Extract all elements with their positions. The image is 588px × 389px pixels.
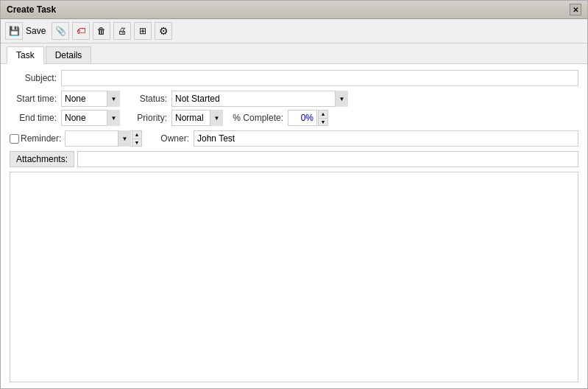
complete-increment[interactable]: ▲ xyxy=(319,111,327,119)
reminder-label: Reminder: xyxy=(21,133,65,144)
status-wrapper: Not Started In Progress Completed Waitin… xyxy=(171,91,348,107)
status-label: Status: xyxy=(135,94,171,104)
columns-icon: ⊞ xyxy=(139,26,146,36)
tab-task[interactable]: Task xyxy=(7,46,44,64)
delete-button[interactable]: 🗑 xyxy=(93,22,110,40)
complete-input[interactable]: 0% xyxy=(288,110,317,126)
attachments-area xyxy=(77,151,578,167)
tab-details[interactable]: Details xyxy=(46,46,92,63)
start-time-wrapper: None ▼ xyxy=(61,91,120,107)
status-select[interactable]: Not Started In Progress Completed Waitin… xyxy=(171,91,348,107)
window-title: Create Task xyxy=(7,4,56,15)
complete-label: % Complete: xyxy=(229,113,288,123)
attachments-row: Attachments: xyxy=(10,151,578,167)
priority-select[interactable]: Low Normal High xyxy=(171,110,223,126)
trash-icon: 🗑 xyxy=(97,26,106,36)
end-time-label: End time: xyxy=(10,113,61,123)
print-icon: 🖨 xyxy=(118,26,127,36)
print-button[interactable]: 🖨 xyxy=(113,22,131,40)
tag-icon: 🏷 xyxy=(77,26,85,36)
paperclip-icon: 📎 xyxy=(55,26,66,36)
attachments-button[interactable]: Attachments: xyxy=(10,151,74,167)
reminder-increment[interactable]: ▲ xyxy=(132,131,141,139)
create-task-window: Create Task ✕ 💾 Save 📎 🏷 🗑 🖨 ⊞ ⚙ Task De… xyxy=(0,0,588,389)
priority-wrapper: Low Normal High ▼ xyxy=(171,110,223,126)
complete-decrement[interactable]: ▼ xyxy=(319,119,327,126)
reminder-time-select[interactable] xyxy=(65,130,131,147)
save-button[interactable]: 💾 xyxy=(5,22,23,40)
attach-button[interactable]: 📎 xyxy=(52,22,69,40)
reminder-time-wrapper: ▼ xyxy=(65,130,131,147)
title-bar: Create Task ✕ xyxy=(1,1,587,19)
times-status-row: Start time: None ▼ End time: None ▼ xyxy=(10,91,578,126)
columns-button[interactable]: ⊞ xyxy=(134,22,152,40)
tag-button[interactable]: 🏷 xyxy=(72,22,90,40)
link-button[interactable]: ⚙ xyxy=(155,22,172,40)
end-time-wrapper: None ▼ xyxy=(61,110,120,126)
save-icon: 💾 xyxy=(9,26,20,36)
start-time-select[interactable]: None xyxy=(61,91,120,107)
end-time-select[interactable]: None xyxy=(61,110,120,126)
reminder-decrement[interactable]: ▼ xyxy=(132,139,141,147)
toolbar: 💾 Save 📎 🏷 🗑 🖨 ⊞ ⚙ xyxy=(1,19,587,43)
start-time-label: Start time: xyxy=(10,94,61,104)
link-icon: ⚙ xyxy=(159,25,169,37)
owner-label: Owner: xyxy=(157,133,194,144)
save-label: Save xyxy=(26,26,46,36)
priority-label: Priority: xyxy=(135,113,171,123)
form-area: Subject: Start time: None ▼ End time: xyxy=(1,64,587,388)
complete-spinner: ▲ ▼ xyxy=(318,110,328,126)
reminder-owner-row: Reminder: ▼ ▲ ▼ Owner: John Test xyxy=(10,130,578,147)
owner-input[interactable]: John Test xyxy=(194,130,578,147)
close-button[interactable]: ✕ xyxy=(570,4,581,15)
subject-input[interactable] xyxy=(61,70,578,86)
notes-textarea[interactable] xyxy=(10,172,578,382)
subject-row: Subject: xyxy=(10,70,578,86)
tabs-bar: Task Details xyxy=(1,43,587,64)
reminder-spinner: ▲ ▼ xyxy=(132,130,142,147)
subject-label: Subject: xyxy=(10,73,61,83)
reminder-checkbox[interactable] xyxy=(10,134,19,144)
